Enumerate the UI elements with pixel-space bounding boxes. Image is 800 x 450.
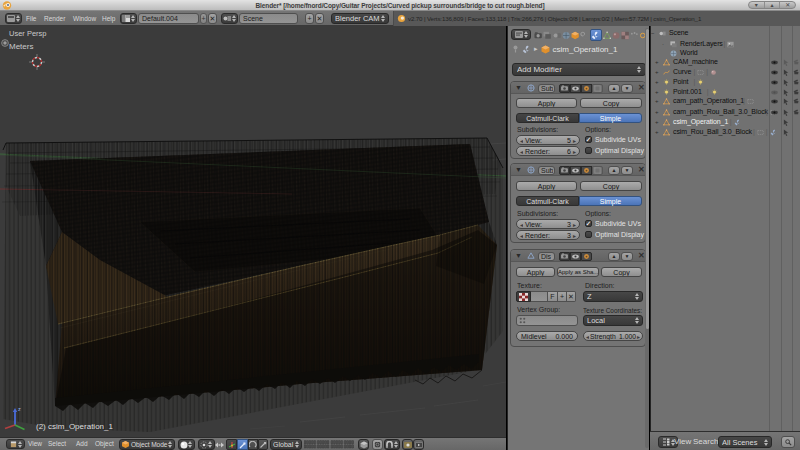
proportional-edit-button[interactable]	[372, 439, 383, 450]
outliner-search-button[interactable]	[781, 436, 795, 448]
modifier-1-header[interactable]: ▼ Sub ▲ ▼ ✕	[511, 82, 645, 94]
breadcrumb-object-name[interactable]: csim_Operation_1	[553, 45, 618, 54]
modifier-2-render-stepper[interactable]: ◂Render:3▸	[516, 230, 580, 240]
screen-layout-add-button[interactable]: +	[200, 13, 207, 24]
tab-particles-icon[interactable]	[630, 31, 638, 40]
manipulator-scale-button[interactable]	[258, 439, 268, 450]
menu-object[interactable]: Object	[95, 438, 114, 450]
modifier-2-optimal-display[interactable]: Optimal Display	[585, 231, 644, 238]
modifier-3-editmode-toggle[interactable]	[581, 252, 592, 261]
expander-icon[interactable]: ·	[662, 42, 667, 47]
properties-scrollbar-thumb[interactable]	[646, 29, 649, 329]
selectable-arrow-icon[interactable]	[783, 67, 789, 77]
selectable-arrow-icon[interactable]	[783, 96, 789, 106]
modifier-1-apply-button[interactable]: Apply	[516, 98, 577, 108]
render-anim-button[interactable]	[413, 439, 424, 450]
modifier-1-render-toggle[interactable]	[559, 84, 570, 93]
manipulator-translate-button[interactable]	[237, 439, 248, 450]
expander-icon[interactable]: −	[651, 31, 656, 36]
tab-constraints-icon[interactable]	[580, 31, 588, 40]
modifier-3-apply-as-shape-button[interactable]: Apply as Sha...	[557, 267, 599, 277]
modifier-2-moveup-button[interactable]: ▲	[608, 166, 620, 175]
renderable-camera-icon[interactable]	[793, 67, 800, 77]
tab-modifiers-active[interactable]	[590, 29, 602, 41]
modifier-1-copy-button[interactable]: Copy	[580, 98, 642, 108]
outliner-item-Point[interactable]: +Point|	[651, 77, 800, 87]
direction-dropdown[interactable]: Z	[583, 291, 643, 302]
modifier-1-render-stepper[interactable]: ◂Render:6▸	[516, 146, 580, 156]
modifier-2-editmode-toggle[interactable]	[581, 166, 592, 175]
selectable-arrow-icon[interactable]	[783, 77, 789, 87]
outliner-item-CAM_machine[interactable]: +CAM_machine	[651, 57, 800, 67]
renderable-camera-icon[interactable]	[793, 57, 800, 67]
renderable-camera-icon[interactable]	[793, 96, 800, 106]
properties-scrollbar[interactable]	[645, 28, 649, 448]
maximize-button[interactable]: ▴	[765, 2, 781, 8]
layers-widget[interactable]	[304, 440, 354, 449]
expander-icon[interactable]: +	[655, 130, 660, 135]
outliner-item-label[interactable]: csim_Rou_Ball_3.0_Block	[673, 127, 752, 137]
modifier-2-subdivide-uvs[interactable]: ✓Subdivide UVs	[585, 220, 641, 227]
modifier-3-moveup-button[interactable]: ▲	[608, 252, 620, 261]
pivot-dropdown[interactable]	[198, 439, 215, 450]
modifier-3-header[interactable]: ▼ Dis ▲ ▼ ✕	[511, 250, 645, 262]
modifier-2-copy-button[interactable]: Copy	[580, 181, 642, 191]
view-panel-toggle-icon[interactable]	[2, 40, 9, 47]
orientation-dropdown[interactable]: Global	[270, 439, 302, 450]
texture-browse-button[interactable]	[516, 291, 531, 302]
editor-type-button-info[interactable]	[5, 13, 22, 24]
modifier-3-apply-button[interactable]: Apply	[516, 267, 555, 277]
tab-object-icon[interactable]	[571, 31, 579, 40]
expander-icon[interactable]: +	[655, 90, 660, 95]
expander-icon[interactable]: +	[655, 110, 660, 115]
outliner-item-label[interactable]: Point	[673, 77, 688, 87]
shading-dropdown[interactable]	[178, 439, 195, 450]
outliner-item-csim_Rou_Ball_3.0_Block[interactable]: +csim_Rou_Ball_3.0_Block| |	[651, 127, 800, 137]
pin-icon[interactable]	[512, 45, 519, 53]
modifier-1-subdivide-uvs[interactable]: ✓Subdivide UVs	[585, 136, 641, 143]
outliner-item-label[interactable]: cam_path_Rou_Ball_3.0_Block	[673, 107, 768, 117]
tab-texture-icon[interactable]	[621, 31, 629, 40]
modifier-3-view-toggle[interactable]	[570, 252, 581, 261]
render-engine-dropdown[interactable]: Blender CAM	[331, 13, 389, 24]
modifier-3-expand-icon[interactable]: ▼	[515, 252, 522, 259]
renderable-camera-icon[interactable]	[793, 77, 800, 87]
tab-scene-icon[interactable]	[553, 31, 561, 40]
menu-render[interactable]: Render	[44, 11, 65, 26]
modifier-2-catmull-button[interactable]: Catmull-Clark	[516, 196, 579, 206]
visibility-eye-icon[interactable]	[771, 107, 778, 117]
modifier-1-editmode-toggle[interactable]	[581, 84, 592, 93]
visibility-eye-icon[interactable]	[771, 57, 778, 67]
add-modifier-dropdown[interactable]: Add Modifier	[512, 63, 646, 76]
selectable-arrow-icon[interactable]	[783, 127, 789, 137]
modifier-1-movedown-button[interactable]: ▼	[621, 84, 633, 93]
lock-to-scene-button[interactable]	[358, 439, 369, 450]
modifier-2-view-stepper[interactable]: ◂View:3▸	[516, 219, 580, 229]
outliner-item-cam_path_Rou_Ball_3.0_Block[interactable]: +cam_path_Rou_Ball_3.0_Block|	[651, 107, 800, 117]
modifier-1-expand-icon[interactable]: ▼	[515, 84, 522, 91]
texture-unlink-button[interactable]: ✕	[567, 291, 576, 302]
selectable-arrow-icon[interactable]	[783, 57, 789, 67]
scene-browse-button[interactable]	[221, 13, 238, 24]
modifier-2-name-field[interactable]: Sub	[538, 166, 555, 175]
menu-help[interactable]: Help	[102, 11, 115, 26]
modifier-1-view-stepper[interactable]: ◂View:5▸	[516, 135, 580, 145]
expander-icon[interactable]: +	[655, 99, 660, 104]
snap-button[interactable]	[384, 439, 400, 450]
tab-world-icon[interactable]	[562, 31, 570, 40]
renderable-camera-icon[interactable]	[793, 107, 800, 117]
modifier-1-cage-toggle[interactable]	[592, 84, 603, 93]
menu-add[interactable]: Add	[76, 438, 88, 450]
modifier-2-view-toggle[interactable]	[570, 166, 581, 175]
modifier-1-simple-button[interactable]: Simple	[579, 113, 642, 123]
screen-layout-browse-button[interactable]	[120, 13, 137, 24]
manipulator-axis-button[interactable]	[226, 439, 237, 450]
outliner-item-Scene[interactable]: −Scene	[651, 28, 800, 38]
texture-name-field[interactable]	[531, 291, 548, 302]
outliner-item-csim_Operation_1[interactable]: +csim_Operation_1|	[651, 117, 800, 127]
outliner-menu-search[interactable]: Search	[693, 433, 718, 450]
tab-data-icon[interactable]	[603, 31, 611, 40]
close-button[interactable]: ✕	[780, 2, 795, 8]
editor-type-button-3dview[interactable]	[6, 439, 25, 449]
outliner-menu-view[interactable]: View	[674, 433, 691, 450]
